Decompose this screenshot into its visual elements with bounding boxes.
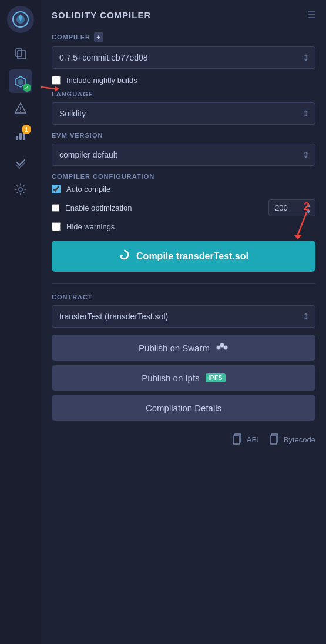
footer: ABI Bytecode bbox=[52, 429, 315, 445]
compiler-select[interactable]: 0.7.5+commit.eb77ed08 bbox=[52, 46, 315, 69]
svg-point-22 bbox=[223, 346, 227, 350]
hide-warnings-label: Hide warnings bbox=[66, 222, 115, 231]
svg-point-20 bbox=[216, 346, 220, 350]
compiler-select-wrapper: 0.7.5+commit.eb77ed08 ⇕ bbox=[52, 46, 315, 69]
publish-swarm-button[interactable]: Publish on Swarm bbox=[52, 335, 315, 361]
swarm-icon bbox=[216, 342, 228, 353]
svg-rect-10 bbox=[19, 133, 22, 140]
compiler-check-badge: ✓ bbox=[23, 84, 31, 92]
optimization-value-wrapper: ▲▼ bbox=[268, 199, 315, 216]
config-section-label: COMPILER CONFIGURATION bbox=[52, 173, 315, 180]
optimization-label-group: Enable optimization bbox=[52, 203, 263, 212]
svg-rect-24 bbox=[233, 436, 240, 444]
evm-select-wrapper: compiler default ⇕ bbox=[52, 144, 315, 166]
svg-marker-5 bbox=[18, 79, 23, 85]
sidebar-item-settings[interactable] bbox=[9, 178, 32, 201]
compile-icon bbox=[119, 249, 130, 263]
page-title: SOLIDITY COMPILER bbox=[52, 10, 151, 20]
compilation-details-label: Compilation Details bbox=[146, 403, 221, 413]
ipfs-badge: IPFS bbox=[206, 373, 226, 382]
menu-icon[interactable]: ☰ bbox=[307, 9, 315, 21]
compilation-details-button[interactable]: Compilation Details bbox=[52, 395, 315, 421]
hide-warnings-row: Hide warnings bbox=[52, 222, 315, 231]
app-logo[interactable] bbox=[7, 6, 34, 33]
contract-select-wrapper: transferTest (transderTest.sol) ⇕ bbox=[52, 305, 315, 328]
language-select-wrapper: Solidity ⇕ bbox=[52, 102, 315, 125]
sidebar: ✓ 1 bbox=[0, 0, 41, 644]
contract-select[interactable]: transferTest (transderTest.sol) bbox=[52, 305, 315, 328]
sidebar-item-verify[interactable] bbox=[9, 151, 32, 174]
enable-optimization-checkbox[interactable] bbox=[52, 204, 59, 212]
svg-rect-2 bbox=[16, 49, 22, 56]
evm-select[interactable]: compiler default bbox=[52, 144, 315, 166]
abi-footer-item[interactable]: ABI bbox=[233, 433, 259, 445]
hide-warnings-checkbox[interactable] bbox=[52, 222, 61, 231]
sidebar-item-files[interactable] bbox=[9, 42, 32, 66]
nightly-builds-row: Include nightly builds 1 bbox=[52, 76, 315, 85]
include-nightly-checkbox[interactable] bbox=[52, 76, 61, 85]
svg-rect-9 bbox=[16, 136, 18, 140]
publish-ipfs-label: Publish on Ipfs bbox=[142, 373, 199, 383]
publish-swarm-label: Publish on Swarm bbox=[139, 343, 210, 353]
sidebar-item-deploy[interactable] bbox=[9, 96, 32, 120]
main-panel: SOLIDITY COMPILER ☰ COMPILER + 0.7.5+com… bbox=[41, 0, 326, 644]
optimization-value-input[interactable] bbox=[268, 199, 315, 216]
sidebar-item-analytics[interactable]: 1 bbox=[9, 124, 32, 147]
language-select[interactable]: Solidity bbox=[52, 102, 315, 125]
svg-rect-26 bbox=[270, 436, 277, 444]
enable-optimization-row: Enable optimization ▲▼ bbox=[52, 199, 315, 216]
svg-point-8 bbox=[20, 111, 21, 112]
add-compiler-button[interactable]: + bbox=[94, 32, 103, 42]
header: SOLIDITY COMPILER ☰ bbox=[52, 9, 315, 21]
enable-optimization-label: Enable optimization bbox=[65, 203, 132, 212]
svg-line-14 bbox=[41, 86, 55, 89]
contract-section-label: CONTRACT bbox=[52, 293, 315, 301]
include-nightly-row: Include nightly builds bbox=[52, 76, 315, 85]
compiler-section-label: COMPILER + bbox=[52, 32, 315, 42]
evm-section-label: EVM VERSION bbox=[52, 132, 315, 139]
svg-point-12 bbox=[19, 188, 22, 191]
auto-compile-label: Auto compile bbox=[66, 185, 110, 193]
optimization-section: Enable optimization ▲▼ 2 bbox=[52, 199, 315, 216]
abi-label: ABI bbox=[247, 435, 259, 444]
publish-ipfs-button[interactable]: Publish on Ipfs IPFS bbox=[52, 365, 315, 391]
bytecode-label: Bytecode bbox=[284, 435, 315, 444]
auto-compile-row: Auto compile bbox=[52, 185, 315, 193]
include-nightly-label: Include nightly builds bbox=[66, 76, 137, 85]
compile-button-label: Compile transderTest.sol bbox=[136, 251, 248, 262]
language-section-label: LANGUAGE bbox=[52, 91, 315, 98]
svg-point-21 bbox=[220, 343, 224, 348]
auto-compile-checkbox[interactable] bbox=[52, 185, 61, 193]
analytics-badge: 1 bbox=[22, 125, 31, 134]
compile-button[interactable]: Compile transderTest.sol bbox=[52, 241, 315, 272]
bytecode-footer-item[interactable]: Bytecode bbox=[270, 433, 315, 445]
sidebar-item-compiler[interactable]: ✓ bbox=[9, 69, 32, 93]
svg-marker-18 bbox=[294, 235, 302, 239]
section-divider bbox=[52, 283, 315, 284]
